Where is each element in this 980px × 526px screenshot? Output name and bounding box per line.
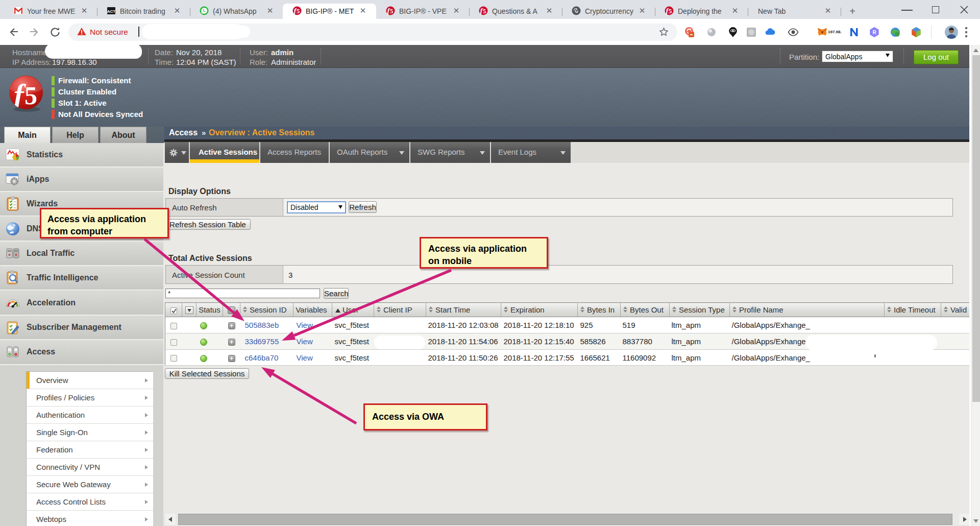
svg-text:ACT: ACT <box>107 9 116 14</box>
svg-text:5: 5 <box>669 8 672 15</box>
svg-text:5: 5 <box>297 8 300 15</box>
svg-text:R: R <box>872 30 876 35</box>
svg-text:5: 5 <box>483 8 486 15</box>
svg-text:5: 5 <box>390 8 393 15</box>
